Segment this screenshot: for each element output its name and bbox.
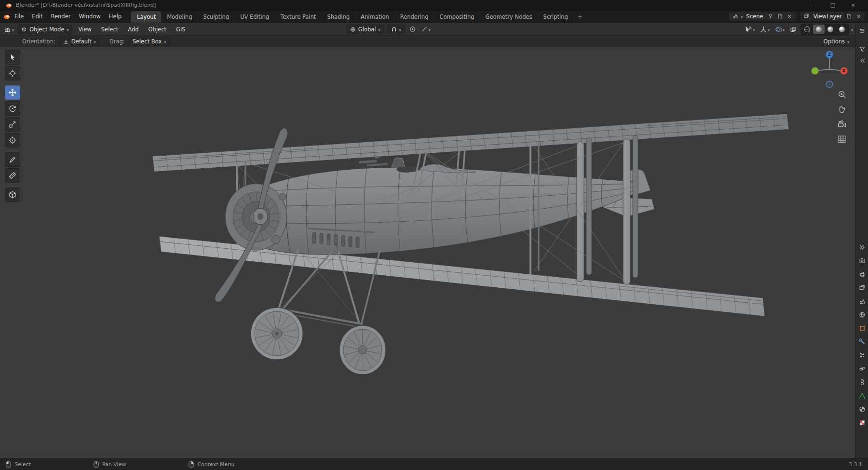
pan-hand-icon[interactable] [836, 104, 848, 115]
minimize-button[interactable]: ─ [802, 1, 823, 9]
transform-orientation-dropdown[interactable]: Global [346, 25, 384, 34]
particles-tab-icon[interactable] [858, 351, 866, 359]
shading-wireframe-button[interactable] [801, 25, 813, 34]
menu-select[interactable]: Select [97, 25, 122, 34]
tab-sculpting[interactable]: Sculpting [197, 11, 234, 23]
texture-tab-icon[interactable] [858, 419, 866, 426]
physics-tab-icon[interactable] [858, 365, 866, 372]
drag-setting-label: Drag: [109, 38, 125, 45]
maximize-button[interactable]: □ [823, 1, 843, 9]
remove-view-layer-icon[interactable] [855, 13, 862, 20]
object-visibility-button[interactable] [744, 25, 756, 34]
menu-help[interactable]: Help [105, 11, 125, 22]
tab-rendering[interactable]: Rendering [394, 11, 434, 23]
scene-selector[interactable]: Scene [729, 12, 796, 21]
editor-type-button[interactable] [2, 25, 15, 34]
zoom-icon[interactable] [836, 89, 848, 100]
tab-layout[interactable]: Layout [131, 11, 161, 23]
show-gizmo-button[interactable] [759, 25, 771, 34]
options-dropdown[interactable]: Options [822, 37, 851, 46]
expand-panel-icon[interactable] [858, 57, 866, 65]
add-workspace-button[interactable]: + [573, 11, 586, 23]
tool-move[interactable] [5, 85, 20, 100]
editor-menu-icon[interactable] [858, 27, 866, 35]
blender-menu-icon[interactable] [3, 13, 10, 20]
tool-measure[interactable] [5, 168, 20, 183]
menu-edit[interactable]: Edit [28, 11, 46, 22]
world-tab-icon[interactable] [858, 311, 866, 318]
close-button[interactable]: × [843, 1, 863, 9]
output-tab-icon[interactable] [858, 270, 866, 278]
pin-icon[interactable] [767, 13, 774, 20]
mode-dropdown[interactable]: Object Mode [17, 25, 72, 34]
tool-annotate[interactable] [5, 152, 20, 167]
tab-uv-editing[interactable]: UV Editing [234, 11, 274, 23]
tab-modeling[interactable]: Modeling [161, 11, 197, 23]
view-layer-selector[interactable]: ViewLayer [800, 12, 865, 21]
orientation-setting-dropdown[interactable]: Default [59, 37, 100, 46]
viewport-3d[interactable]: Z X [0, 47, 855, 458]
gizmo-z-negative-axis[interactable] [826, 81, 833, 88]
render-tab-icon[interactable] [858, 257, 866, 264]
menu-gis[interactable]: GIS [172, 25, 190, 34]
drag-setting-dropdown[interactable]: Select Box [129, 37, 170, 46]
top-wing [152, 114, 789, 172]
menu-file[interactable]: File [11, 11, 27, 22]
right-panel-strip [855, 23, 868, 458]
shading-material-button[interactable] [825, 25, 836, 34]
menu-add[interactable]: Add [124, 25, 142, 34]
shading-options-chevron[interactable] [851, 26, 853, 33]
tool-transform[interactable] [5, 133, 20, 148]
menu-view[interactable]: View [74, 25, 95, 34]
tab-compositing[interactable]: Compositing [434, 11, 479, 23]
shading-rendered-button[interactable] [836, 25, 848, 34]
constraints-tab-icon[interactable] [858, 378, 866, 386]
new-view-layer-icon[interactable] [845, 13, 853, 20]
xray-toggle-button[interactable] [788, 25, 798, 34]
orthographic-grid-icon[interactable] [836, 134, 848, 145]
tool-tab-icon[interactable] [858, 243, 866, 251]
tool-rotate[interactable] [5, 101, 20, 116]
viewport-canvas[interactable] [0, 47, 855, 458]
modifiers-tab-icon[interactable] [858, 338, 866, 345]
tab-texture-paint[interactable]: Texture Paint [274, 11, 321, 23]
show-overlays-button[interactable] [773, 25, 786, 34]
navigation-gizmo[interactable]: Z X [808, 48, 851, 91]
object-tab-icon[interactable] [858, 324, 866, 332]
view-layer-name[interactable]: ViewLayer [813, 13, 843, 20]
snap-group[interactable] [387, 25, 405, 34]
options-label: Options [824, 38, 845, 45]
view-layer-tab-icon[interactable] [858, 284, 866, 291]
tool-scale[interactable] [5, 117, 20, 132]
spad-biplane-model[interactable] [152, 114, 789, 375]
object-data-tab-icon[interactable] [858, 392, 866, 399]
tool-add-cube[interactable] [5, 188, 20, 202]
tab-scripting[interactable]: Scripting [538, 11, 573, 23]
orientation-setting-label: Orientation: [22, 38, 55, 45]
tab-geometry-nodes[interactable]: Geometry Nodes [480, 11, 538, 23]
filter-icon[interactable] [858, 45, 866, 53]
scene-tab-icon[interactable] [858, 297, 866, 305]
window-title: Blender* [D:\-Blender věci\ostatní\SpadX… [16, 2, 156, 8]
shading-solid-button[interactable] [813, 25, 825, 34]
menu-render[interactable]: Render [47, 11, 75, 22]
proportional-editing-button[interactable] [408, 25, 417, 33]
tool-cursor[interactable] [5, 66, 20, 81]
scene-browse-chevron[interactable] [741, 13, 743, 20]
editor-type-chevron [12, 26, 14, 33]
view-controls [836, 89, 848, 145]
menu-object[interactable]: Object [145, 25, 170, 34]
menu-window[interactable]: Window [75, 11, 104, 22]
scene-name[interactable]: Scene [746, 13, 764, 20]
unlink-scene-icon[interactable] [786, 13, 793, 20]
proportional-falloff-button[interactable] [420, 25, 432, 34]
shading-mode-switch [800, 24, 849, 35]
material-tab-icon[interactable] [858, 405, 866, 413]
gizmo-chevron [768, 26, 770, 33]
camera-view-icon[interactable] [836, 119, 848, 130]
tab-animation[interactable]: Animation [355, 11, 394, 23]
tool-select-box[interactable] [5, 50, 20, 65]
gizmo-y-axis[interactable] [812, 67, 819, 75]
new-scene-icon[interactable] [776, 13, 784, 20]
tab-shading[interactable]: Shading [321, 11, 355, 23]
